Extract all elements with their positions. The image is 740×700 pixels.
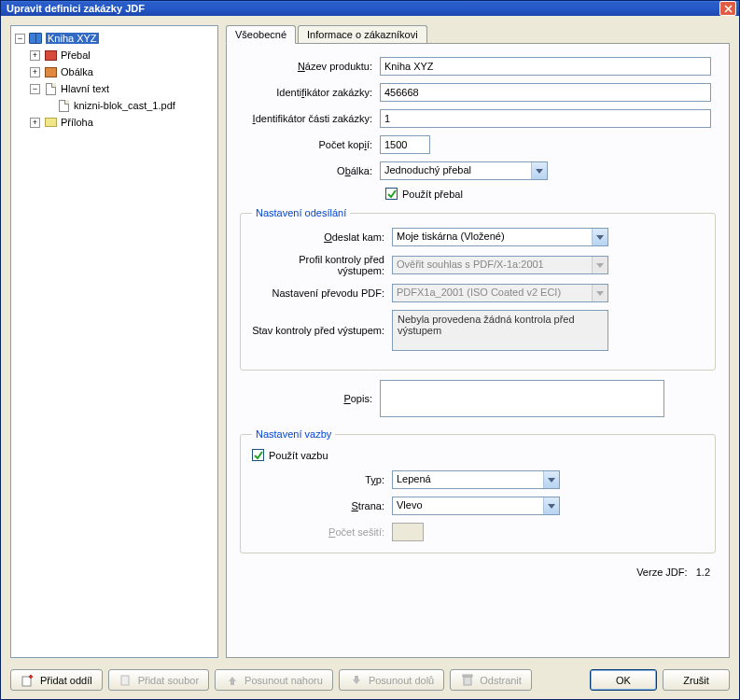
add-file-button: Přidat soubor (108, 669, 209, 691)
close-button[interactable] (719, 1, 736, 16)
tree-label: Kniha XYZ (46, 33, 99, 44)
version-label: Verze JDF: (636, 567, 687, 578)
stitch-count-label: Počet sešití: (252, 526, 392, 538)
destination-label: Odeslat kam: (252, 231, 392, 243)
add-section-button[interactable]: Přidat oddíl (10, 669, 103, 691)
chevron-down-icon (592, 229, 607, 245)
expand-icon[interactable]: + (30, 67, 40, 77)
binding-side-label: Strana: (252, 500, 392, 511)
preflight-profile-value: Ověřit souhlas s PDF/X-1a:2001 (393, 257, 592, 273)
stitch-count-input (392, 523, 424, 541)
expand-icon[interactable]: + (30, 50, 40, 61)
preflight-status-value: Nebyla provedena žádná kontrola před výs… (392, 310, 608, 351)
content-area: − Kniha XYZ + Přebal + Obálka − Hlavní (1, 16, 739, 667)
binding-side-value: Vlevo (393, 497, 543, 514)
tree-root[interactable]: − Kniha XYZ (15, 30, 214, 47)
tab-content-general: Název produktu: Identifikátor zakázky: I… (226, 43, 730, 658)
window-title: Upravit definici zakázky JDF (7, 3, 719, 14)
cover-select[interactable]: Jednoduchý přebal (380, 161, 548, 180)
chevron-down-icon (592, 285, 607, 301)
chevron-down-icon (592, 257, 607, 273)
use-binding-checkbox[interactable] (252, 449, 264, 461)
svg-rect-2 (464, 677, 471, 685)
move-down-button: Posunout dolů (339, 669, 444, 691)
job-id-label: Identifikátor zakázky: (240, 87, 380, 98)
titlebar: Upravit definici zakázky JDF (1, 1, 739, 16)
description-label: Popis: (240, 380, 380, 404)
book-icon (28, 31, 43, 46)
add-file-icon (119, 673, 133, 688)
tabs: Všeobecné Informace o zákazníkovi (226, 25, 730, 43)
use-cover-label: Použít přebal (402, 189, 463, 200)
chevron-down-icon (543, 497, 559, 514)
part-id-label: Identifikátor části zakázky: (240, 113, 380, 124)
tree-label: Přebal (61, 49, 91, 61)
tree-item-jacket[interactable]: + Obálka (15, 63, 214, 80)
binding-type-label: Typ: (252, 474, 392, 485)
tree-panel: − Kniha XYZ + Přebal + Obálka − Hlavní (10, 25, 218, 658)
binding-type-select[interactable]: Lepená (392, 470, 560, 489)
tree-label: Obálka (61, 66, 93, 77)
preflight-profile-label: Profil kontroly před výstupem: (252, 254, 392, 276)
ok-button[interactable]: OK (590, 669, 657, 691)
version-row: Verze JDF: 1.2 (240, 563, 716, 578)
use-cover-checkbox[interactable] (385, 188, 398, 200)
preflight-status-label: Stav kontroly před výstupem: (252, 310, 392, 336)
trash-icon (460, 673, 475, 688)
collapse-icon[interactable]: − (15, 34, 25, 44)
document-icon (56, 98, 71, 113)
binding-type-value: Lepená (393, 471, 543, 488)
binding-side-select[interactable]: Vlevo (392, 497, 560, 515)
pdf-settings-select: PDFX1a_2001 (ISO Coated v2 ECI) (392, 284, 608, 302)
send-group: Nastavení odesílání Odeslat kam: Moje ti… (240, 207, 716, 371)
tree-item-file[interactable]: knizni-blok_cast_1.pdf (15, 97, 214, 114)
binding-group: Nastavení vazby Použít vazbu Typ: Lepená (240, 428, 716, 553)
copies-input[interactable] (380, 135, 430, 154)
button-bar: Přidat oddíl Přidat soubor Posunout naho… (1, 667, 739, 700)
folder-icon (43, 115, 58, 130)
tree-item-cover[interactable]: + Přebal (15, 47, 214, 63)
cancel-button[interactable]: Zrušit (663, 669, 730, 691)
document-icon (43, 81, 58, 96)
use-binding-label: Použít vazbu (269, 450, 328, 461)
binding-legend: Nastavení vazby (252, 428, 335, 440)
pdf-settings-label: Nastavení převodu PDF: (252, 287, 392, 299)
cover-icon (43, 48, 58, 63)
cover-select-value: Jednoduchý přebal (381, 162, 531, 179)
tree-label: Hlavní text (61, 83, 109, 94)
expand-icon[interactable]: + (30, 118, 40, 128)
move-up-button: Posunout nahoru (215, 669, 333, 691)
version-value: 1.2 (696, 567, 710, 578)
svg-rect-1 (121, 676, 129, 685)
pdf-settings-value: PDFX1a_2001 (ISO Coated v2 ECI) (393, 285, 592, 301)
svg-rect-3 (463, 675, 472, 677)
add-icon (21, 673, 35, 688)
part-id-input[interactable] (380, 109, 711, 128)
tab-general[interactable]: Všeobecné (226, 25, 296, 44)
delete-button: Odstranit (450, 669, 532, 691)
send-legend: Nastavení odesílání (252, 207, 350, 218)
chevron-down-icon (543, 471, 559, 488)
product-name-input[interactable] (380, 57, 711, 76)
collapse-icon[interactable]: − (30, 84, 40, 94)
destination-value: Moje tiskárna (Vložené) (393, 229, 592, 245)
tree-label: knizni-blok_cast_1.pdf (74, 100, 175, 111)
tree-label: Příloha (61, 117, 93, 128)
tree-item-maintext[interactable]: − Hlavní text (15, 80, 214, 97)
jacket-icon (43, 64, 58, 79)
job-id-input[interactable] (380, 83, 711, 102)
preflight-profile-select: Ověřit souhlas s PDF/X-1a:2001 (392, 256, 608, 274)
arrow-down-icon (349, 673, 364, 688)
close-icon (724, 5, 733, 13)
dialog-window: Upravit definici zakázky JDF − Kniha XYZ… (0, 0, 740, 700)
main-panel: Všeobecné Informace o zákazníkovi Název … (226, 25, 730, 658)
arrow-up-icon (225, 673, 240, 688)
chevron-down-icon (531, 162, 547, 179)
copies-label: Počet kopií: (240, 139, 380, 150)
description-textarea[interactable] (380, 380, 664, 417)
svg-rect-0 (22, 677, 31, 686)
tree-item-appendix[interactable]: + Příloha (15, 114, 214, 131)
tab-customer[interactable]: Informace o zákazníkovi (298, 25, 427, 43)
cover-label: Obálka: (240, 165, 380, 176)
destination-select[interactable]: Moje tiskárna (Vložené) (392, 228, 608, 246)
